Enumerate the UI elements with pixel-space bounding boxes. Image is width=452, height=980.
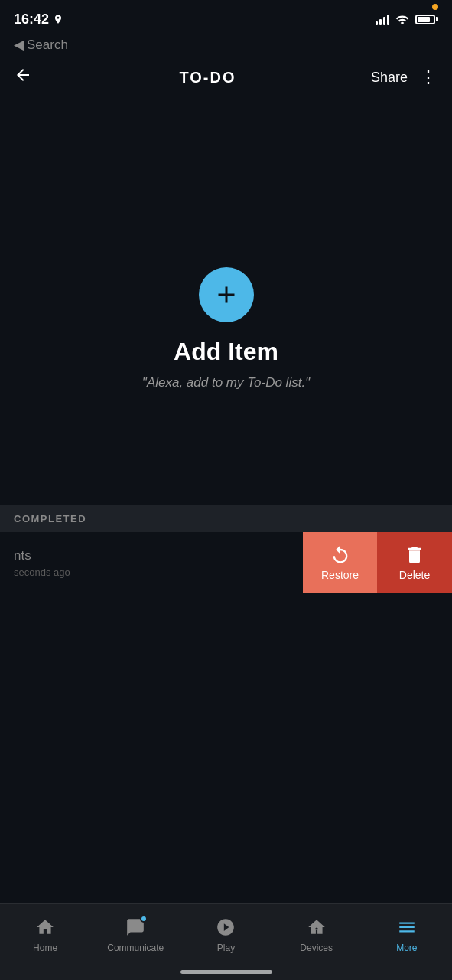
nav-label-play: Play bbox=[217, 942, 235, 953]
nav-label-devices: Devices bbox=[300, 942, 333, 953]
wifi-icon bbox=[395, 13, 409, 26]
signal-bars bbox=[376, 13, 389, 25]
restore-button[interactable]: Restore bbox=[303, 532, 377, 593]
header-actions: Share ⋮ bbox=[371, 67, 438, 87]
trash-icon bbox=[404, 544, 425, 566]
status-icons bbox=[376, 13, 438, 26]
nav-item-home[interactable]: Home bbox=[15, 916, 76, 953]
location-icon bbox=[53, 14, 63, 24]
bottom-navigation: Home Communicate Play Devices bbox=[0, 903, 452, 980]
share-button[interactable]: Share bbox=[371, 70, 408, 86]
play-icon bbox=[215, 916, 236, 938]
completed-item-container: nts seconds ago Restore Delete bbox=[0, 532, 452, 593]
status-time: 16:42 bbox=[14, 11, 63, 28]
add-item-subtitle: "Alexa, add to my To-Do list." bbox=[142, 375, 310, 390]
plus-icon bbox=[213, 281, 240, 309]
nav-label-communicate: Communicate bbox=[107, 942, 164, 953]
nav-item-devices[interactable]: Devices bbox=[286, 916, 347, 953]
home-indicator bbox=[180, 970, 272, 974]
nav-item-more[interactable]: More bbox=[376, 916, 437, 953]
nav-item-play[interactable]: Play bbox=[195, 916, 256, 953]
completed-header: COMPLETED bbox=[0, 505, 452, 532]
item-time: seconds ago bbox=[14, 567, 289, 578]
more-icon bbox=[396, 916, 418, 938]
back-button[interactable] bbox=[14, 66, 44, 90]
time-display: 16:42 bbox=[14, 11, 49, 28]
delete-label: Delete bbox=[399, 569, 430, 581]
communicate-icon bbox=[125, 916, 146, 938]
main-content: Add Item "Alexa, add to my To-Do list." bbox=[0, 99, 452, 528]
search-back-nav[interactable]: ◀ Search bbox=[0, 34, 452, 56]
back-arrow-small: ◀ bbox=[14, 37, 24, 53]
restore-label: Restore bbox=[321, 569, 359, 581]
delete-button[interactable]: Delete bbox=[377, 532, 452, 593]
communicate-badge bbox=[140, 915, 148, 923]
status-bar: 16:42 bbox=[0, 0, 452, 34]
notification-dot bbox=[432, 4, 438, 10]
completed-list-item[interactable]: nts seconds ago bbox=[0, 532, 303, 593]
nav-item-communicate[interactable]: Communicate bbox=[105, 916, 166, 953]
battery-icon bbox=[415, 15, 438, 24]
more-menu-button[interactable]: ⋮ bbox=[420, 67, 438, 87]
home-icon bbox=[34, 916, 56, 938]
swipe-actions: Restore Delete bbox=[303, 532, 452, 593]
search-label: Search bbox=[27, 38, 68, 53]
page-title: TO-DO bbox=[179, 69, 236, 87]
restore-icon bbox=[330, 544, 351, 566]
add-item-button[interactable] bbox=[199, 267, 254, 322]
nav-label-more: More bbox=[396, 942, 417, 953]
item-text: nts bbox=[14, 548, 289, 564]
add-item-title: Add Item bbox=[174, 338, 278, 366]
devices-icon bbox=[306, 916, 327, 938]
page-header: TO-DO Share ⋮ bbox=[0, 56, 452, 99]
nav-label-home: Home bbox=[33, 942, 57, 953]
completed-section: COMPLETED nts seconds ago Restore Delete bbox=[0, 505, 452, 593]
